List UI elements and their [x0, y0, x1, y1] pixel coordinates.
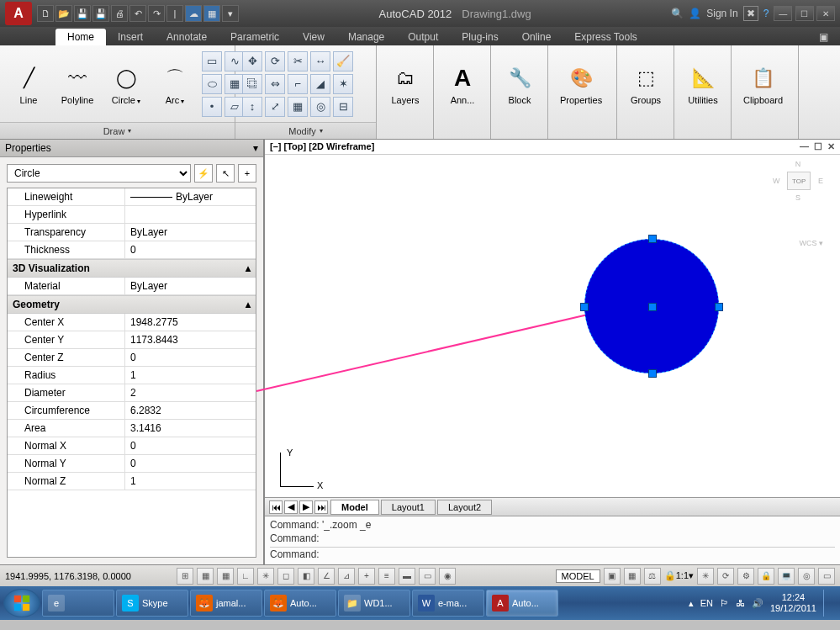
pickadd-icon[interactable]: + [238, 164, 256, 183]
prop-thickness[interactable]: Thickness0 [8, 241, 256, 259]
taskbar-explorer[interactable]: 📁WD1... [338, 590, 410, 617]
tab-express-tools[interactable]: Express Tools [563, 29, 648, 45]
grip-left[interactable] [580, 303, 589, 311]
draw-circle-button[interactable]: ◯Circle [104, 61, 148, 107]
prop-material[interactable]: MaterialByLayer [8, 278, 256, 295]
tray-network-icon[interactable]: 🖧 [736, 598, 745, 608]
tray-volume-icon[interactable]: 🔊 [752, 598, 763, 609]
offset-icon[interactable]: ◎ [310, 97, 330, 117]
close-button[interactable]: ✕ [816, 6, 835, 21]
panel-draw-title[interactable]: Draw [0, 122, 235, 139]
sb-grid-icon[interactable]: ▦ [217, 568, 234, 585]
tab-plugins[interactable]: Plug-ins [450, 29, 510, 45]
qat-dropdown-icon[interactable]: ▾ [222, 5, 239, 22]
prop-normalz[interactable]: Normal Z1 [8, 473, 256, 490]
explode-icon[interactable]: ✶ [333, 74, 353, 94]
properties-close-icon[interactable]: ▾ [253, 142, 258, 154]
layout-tab-model[interactable]: Model [330, 500, 379, 515]
tab-home[interactable]: Home [55, 29, 106, 45]
sb-ws-icon[interactable]: ⚙ [737, 568, 754, 585]
prop-hyperlink[interactable]: Hyperlink [8, 206, 256, 224]
taskbar-firefox2[interactable]: 🦊Auto... [264, 590, 336, 617]
qat-open-icon[interactable]: 📂 [55, 5, 72, 22]
draw-line-button[interactable]: ╱Line [7, 61, 50, 107]
vp-max-icon[interactable]: ☐ [814, 141, 822, 152]
stretch-icon[interactable]: ↕ [242, 97, 262, 117]
help-icon[interactable]: ? [763, 8, 769, 19]
fillet-icon[interactable]: ⌐ [288, 74, 308, 94]
signin-link[interactable]: Sign In [706, 8, 737, 19]
tab-annotate[interactable]: Annotate [155, 29, 219, 45]
prop-centery[interactable]: Center Y1173.8443 [8, 331, 256, 349]
grip-top[interactable] [648, 235, 657, 243]
prop-transparency[interactable]: TransparencyByLayer [8, 224, 256, 241]
draw-arc-button[interactable]: ⌒Arc [153, 61, 197, 107]
prop-area[interactable]: Area3.1416 [8, 420, 256, 437]
ribbon-expand-icon[interactable]: ▣ [807, 29, 840, 45]
tray-expand-icon[interactable]: ▴ [689, 598, 694, 609]
layout-tab-layout1[interactable]: Layout1 [381, 500, 436, 515]
annotation-button[interactable]: AAnn... [441, 61, 484, 107]
qat-undo-icon[interactable]: ↶ [129, 5, 146, 22]
prop-circumference[interactable]: Circumference6.2832 [8, 402, 256, 420]
tab-nav-next-icon[interactable]: ▶ [299, 500, 313, 514]
annotation-scale[interactable]: 🔒1:1▾ [664, 570, 694, 581]
tab-nav-prev-icon[interactable]: ◀ [284, 500, 298, 514]
sb-ducs-icon[interactable]: ⊿ [338, 568, 355, 585]
sb-lwt-icon[interactable]: ≡ [378, 568, 395, 585]
sb-infer-icon[interactable]: ⊞ [177, 568, 193, 585]
grip-right[interactable] [715, 303, 723, 311]
minimize-button[interactable]: — [774, 6, 792, 21]
point-icon[interactable]: • [202, 97, 222, 117]
sb-annoauto-icon[interactable]: ⟳ [717, 568, 734, 585]
tab-parametric[interactable]: Parametric [219, 29, 291, 45]
prop-normaly[interactable]: Normal Y0 [8, 455, 256, 473]
properties-button[interactable]: 🎨Properties [555, 61, 607, 107]
extend-icon[interactable]: ↔ [310, 51, 330, 71]
sb-quickview-icon[interactable]: ▦ [624, 568, 641, 585]
layout-tab-layout2[interactable]: Layout2 [437, 500, 492, 515]
binoculars-icon[interactable]: 🔍 [671, 8, 684, 19]
viewport-label[interactable]: [–] [Top] [2D Wireframe] [270, 141, 374, 152]
vp-min-icon[interactable]: — [800, 141, 809, 152]
object-type-select[interactable]: Circle [7, 164, 191, 183]
sb-hardware-icon[interactable]: 💻 [778, 568, 795, 585]
sb-ortho-icon[interactable]: ∟ [237, 568, 254, 585]
sb-dyn-icon[interactable]: + [358, 568, 375, 585]
qat-cloud-icon[interactable]: ☁ [185, 5, 202, 22]
grip-bottom[interactable] [648, 369, 657, 378]
section-geometry[interactable]: Geometry▴ [8, 295, 256, 314]
viewcube[interactable]: N W TOP E S [773, 160, 823, 227]
maximize-button[interactable]: ☐ [795, 6, 814, 21]
viewcube-top[interactable]: TOP [787, 172, 811, 190]
modelspace-toggle[interactable]: MODEL [556, 569, 600, 583]
trim-icon[interactable]: ✂ [288, 51, 308, 71]
grip-center[interactable] [648, 303, 657, 311]
quickselect-icon[interactable]: ⚡ [194, 164, 213, 183]
taskbar-skype[interactable]: SSkype [116, 590, 188, 617]
start-button[interactable] [3, 589, 40, 617]
sb-isolate-icon[interactable]: ◎ [798, 568, 815, 585]
prop-lineweight[interactable]: LineweightByLayer [8, 188, 256, 206]
tab-nav-last-icon[interactable]: ⏭ [314, 500, 328, 514]
system-clock[interactable]: 12:24 19/12/2011 [770, 592, 816, 614]
scale-icon[interactable]: ⤢ [265, 97, 285, 117]
qat-saveas-icon[interactable]: 💾 [92, 5, 109, 22]
sb-qp-icon[interactable]: ▭ [419, 568, 436, 585]
copy-icon[interactable]: ⿻ [242, 74, 262, 94]
prop-centerz[interactable]: Center Z0 [8, 349, 256, 367]
groups-button[interactable]: ⬚Groups [624, 61, 668, 107]
language-indicator[interactable]: EN [700, 598, 713, 608]
tab-nav-first-icon[interactable]: ⏮ [269, 500, 283, 514]
exchange-icon[interactable]: ✖ [743, 6, 758, 21]
draw-polyline-button[interactable]: 〰Polyline [55, 61, 99, 107]
prop-radius[interactable]: Radius1 [8, 367, 256, 384]
wcs-label[interactable]: WCS ▾ [799, 239, 823, 247]
sb-annovisible-icon[interactable]: ✳ [697, 568, 714, 585]
sb-toolbar-icon[interactable]: 🔒 [758, 568, 774, 585]
prop-centerx[interactable]: Center X1948.2775 [8, 314, 256, 331]
tray-flag-icon[interactable]: 🏳 [720, 598, 729, 608]
break-icon[interactable]: ⊟ [333, 97, 353, 117]
move-icon[interactable]: ✥ [242, 51, 262, 71]
qat-new-icon[interactable]: 🗋 [37, 5, 54, 22]
